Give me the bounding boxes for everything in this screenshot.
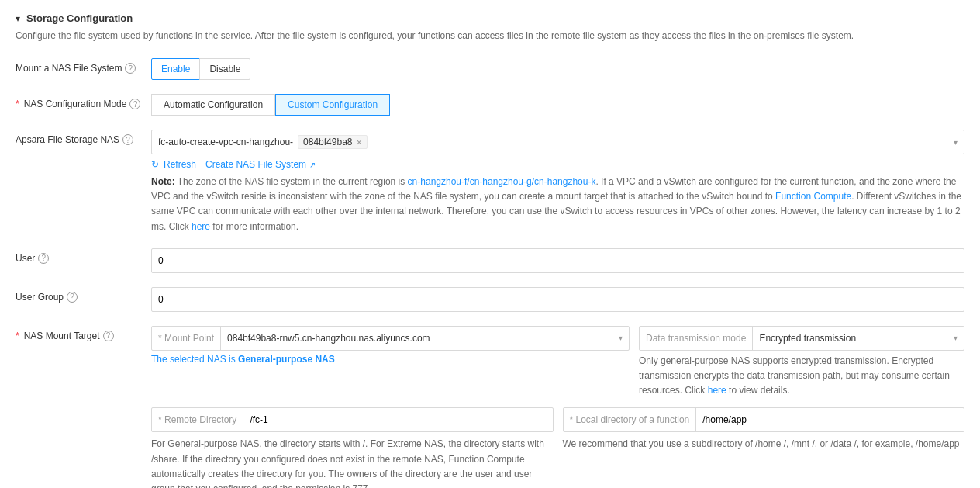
nas-note: Note: The zone of the NAS file system in… xyxy=(151,175,964,234)
local-dir-wrapper: * Local directory of a function xyxy=(563,407,965,432)
enable-button[interactable]: Enable xyxy=(151,58,200,80)
mount-nas-info-icon[interactable]: ? xyxy=(125,63,136,74)
section-title: Storage Configuration xyxy=(26,12,133,24)
local-dir-label: * Local directory of a function xyxy=(564,408,697,431)
local-dir-input[interactable] xyxy=(696,414,964,425)
mount-point-chevron-icon: ▾ xyxy=(619,334,623,342)
apsara-nas-prefix: fc-auto-create-vpc-cn-hangzhou- xyxy=(158,137,293,147)
remote-dir-label: * Remote Directory xyxy=(152,408,243,431)
section-description: Configure the file system used by functi… xyxy=(16,29,964,43)
apsara-nas-select[interactable]: fc-auto-create-vpc-cn-hangzhou- 084bf49b… xyxy=(151,130,964,154)
apsara-nas-label: Apsara File Storage NAS ? xyxy=(16,130,151,145)
user-info-icon[interactable]: ? xyxy=(38,253,49,264)
local-dir-note: We recommend that you use a subdirectory… xyxy=(563,437,965,452)
zone-highlight: cn-hangzhou-f/cn-hangzhou-g/cn-hangzhou-… xyxy=(408,176,596,187)
transmission-mode-value: Encrypted transmission xyxy=(753,333,964,344)
function-compute-link[interactable]: Function Compute xyxy=(775,189,851,204)
mount-nas-toggle: Enable Disable xyxy=(151,58,964,80)
here-link-1[interactable]: here xyxy=(192,220,210,234)
nas-mount-target-label: * NAS Mount Target ? xyxy=(16,326,151,341)
select-chevron-icon: ▾ xyxy=(954,138,958,147)
remote-dir-input[interactable] xyxy=(243,414,552,425)
transmission-mode-select[interactable]: Data transmission mode Encrypted transmi… xyxy=(639,326,964,351)
mount-point-select[interactable]: * Mount Point 084bf49ba8-rnw5.cn-hangzho… xyxy=(151,326,630,351)
transmission-chevron-icon: ▾ xyxy=(954,334,958,342)
custom-config-button[interactable]: Custom Configuration xyxy=(275,94,390,116)
collapse-arrow[interactable]: ▾ xyxy=(16,13,20,24)
apsara-nas-tag: 084bf49ba8 ✕ xyxy=(298,135,367,149)
transmission-info: Only general-purpose NAS supports encryp… xyxy=(639,354,964,399)
mount-point-label: * Mount Point xyxy=(152,327,221,350)
user-group-info-icon[interactable]: ? xyxy=(67,292,78,303)
user-input[interactable] xyxy=(151,248,964,273)
refresh-icon xyxy=(151,159,160,170)
nas-config-info-icon[interactable]: ? xyxy=(129,99,140,109)
remote-dir-note: For General-purpose NAS, the directory s… xyxy=(151,437,554,488)
here-link-2[interactable]: here xyxy=(708,383,726,398)
user-group-input[interactable] xyxy=(151,287,964,312)
mount-nas-label: Mount a NAS File System ? xyxy=(16,58,151,74)
apsara-nas-info-icon[interactable]: ? xyxy=(122,134,133,145)
user-group-label: User Group ? xyxy=(16,287,151,303)
tag-close-icon[interactable]: ✕ xyxy=(356,138,362,147)
create-nas-button[interactable]: Create NAS File System ↗ xyxy=(205,159,316,170)
external-link-icon: ↗ xyxy=(309,161,316,169)
mount-point-value: 084bf49ba8-rnw5.cn-hangzhou.nas.aliyuncs… xyxy=(221,333,629,344)
auto-config-button[interactable]: Automatic Configuration xyxy=(151,94,275,116)
user-label: User ? xyxy=(16,248,151,264)
nas-config-mode-group: Automatic Configuration Custom Configura… xyxy=(151,94,964,116)
nas-mount-target-info-icon[interactable]: ? xyxy=(103,331,114,341)
transmission-mode-label: Data transmission mode xyxy=(640,327,753,350)
remote-dir-wrapper: * Remote Directory xyxy=(151,407,554,432)
disable-button[interactable]: Disable xyxy=(199,58,250,80)
nas-type-box: The selected NAS is General-purpose NAS xyxy=(151,351,630,368)
refresh-button[interactable]: Refresh xyxy=(151,159,196,170)
nas-config-mode-label: * NAS Configuration Mode ? xyxy=(16,94,151,109)
